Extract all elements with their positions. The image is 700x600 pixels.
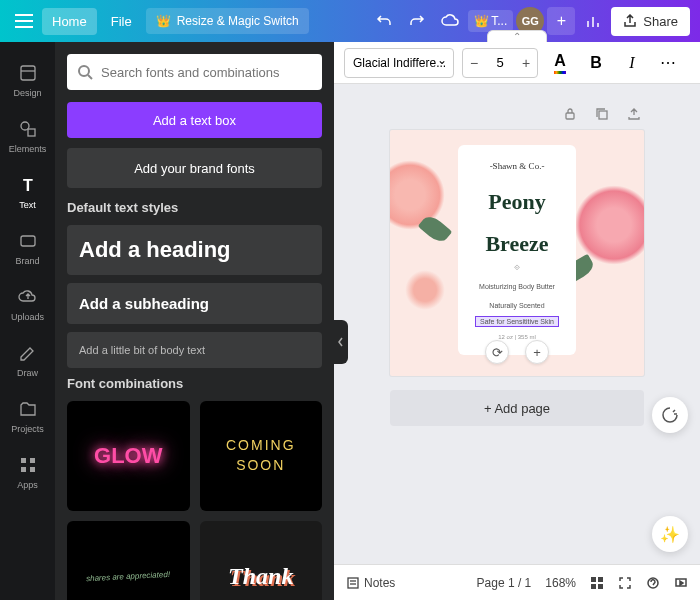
combo-thank-text: Thank (228, 563, 293, 590)
add-member-button[interactable]: + (547, 7, 575, 35)
tab-brand[interactable]: Brand (0, 220, 55, 276)
add-subheading-button[interactable]: Add a subheading (67, 283, 322, 324)
page-sync-button[interactable]: ⟳ (485, 340, 509, 364)
svg-rect-13 (30, 458, 35, 463)
svg-rect-9 (28, 129, 35, 136)
product-label[interactable]: -Shawn & Co.- Peony Breeze ⟐ Moisturizin… (458, 145, 576, 355)
tab-uploads[interactable]: Uploads (0, 276, 55, 332)
search-icon (77, 64, 93, 80)
more-options-button[interactable]: ⋯ (654, 49, 682, 77)
product-name-2[interactable]: Breeze (468, 233, 566, 255)
flower-decoration (405, 270, 445, 310)
product-name-1[interactable]: Peony (468, 191, 566, 213)
notes-label: Notes (364, 576, 395, 590)
comment-fab[interactable] (652, 397, 688, 433)
home-link[interactable]: Home (42, 8, 97, 35)
expand-pages-tab[interactable]: ⌃ (487, 30, 547, 42)
tab-brand-label: Brand (15, 256, 39, 266)
tab-uploads-label: Uploads (11, 312, 44, 322)
try-pro-label: T... (491, 14, 507, 28)
svg-rect-19 (599, 111, 607, 119)
combo-coming-soon[interactable]: COMING SOON (200, 401, 323, 511)
svg-rect-20 (348, 578, 358, 588)
fullscreen-button[interactable] (618, 576, 632, 590)
tab-projects-label: Projects (11, 424, 44, 434)
add-body-text-button[interactable]: Add a little bit of body text (67, 332, 322, 368)
desc-line-1[interactable]: Moisturizing Body Butter (468, 282, 566, 291)
tab-text[interactable]: TText (0, 164, 55, 220)
duplicate-page-button[interactable] (592, 104, 612, 124)
svg-rect-12 (21, 458, 26, 463)
tab-draw[interactable]: Draw (0, 332, 55, 388)
undo-button[interactable] (369, 6, 399, 36)
svg-rect-15 (30, 467, 35, 472)
projects-icon (17, 398, 39, 420)
svg-rect-18 (566, 113, 574, 119)
cloud-sync-icon[interactable] (435, 6, 465, 36)
tab-draw-label: Draw (17, 368, 38, 378)
help-button[interactable] (646, 576, 660, 590)
search-input[interactable] (101, 65, 312, 80)
design-icon (17, 62, 39, 84)
font-family-select[interactable]: Glacial Indiffere... (344, 48, 454, 78)
bold-button[interactable]: B (582, 49, 610, 77)
share-button[interactable]: Share (611, 7, 690, 36)
file-link[interactable]: File (101, 8, 142, 35)
page-indicator[interactable]: Page 1 / 1 (477, 576, 532, 590)
svg-rect-26 (598, 584, 603, 589)
combo-glow[interactable]: GLOW (67, 401, 190, 511)
menu-button[interactable] (10, 7, 38, 35)
crown-icon: 👑 (156, 14, 171, 28)
combo-glow-text: GLOW (94, 443, 162, 469)
font-size-input[interactable] (485, 55, 515, 70)
brand-text[interactable]: -Shawn & Co.- (468, 161, 566, 171)
add-page-button[interactable]: + Add page (390, 390, 644, 426)
try-pro-button[interactable]: 👑T... (468, 10, 513, 32)
tab-design-label: Design (13, 88, 41, 98)
font-family-value: Glacial Indiffere... (353, 56, 446, 70)
selected-text-element[interactable]: Safe for Sensititive Skin (475, 316, 559, 327)
desc-line-2[interactable]: Naturally Scented (468, 301, 566, 310)
default-styles-label: Default text styles (67, 200, 322, 215)
zoom-level[interactable]: 168% (545, 576, 576, 590)
flower-decoration (574, 185, 644, 265)
page-add-button[interactable]: + (525, 340, 549, 364)
magic-fab[interactable]: ✨ (652, 516, 688, 552)
add-brand-fonts-button[interactable]: Add your brand fonts (67, 148, 322, 188)
font-size-decrease[interactable]: − (463, 49, 485, 77)
redo-button[interactable] (402, 6, 432, 36)
tab-apps-label: Apps (17, 480, 38, 490)
svg-rect-23 (591, 577, 596, 582)
svg-line-17 (88, 75, 92, 79)
grid-view-button[interactable] (590, 576, 604, 590)
search-box[interactable] (67, 54, 322, 90)
svg-rect-11 (21, 236, 35, 246)
collapse-panel-button[interactable] (334, 320, 348, 364)
page-options-button[interactable] (624, 104, 644, 124)
combo-thank-you[interactable]: Thank (200, 521, 323, 600)
add-text-box-button[interactable]: Add a text box (67, 102, 322, 138)
add-heading-button[interactable]: Add a heading (67, 225, 322, 275)
present-button[interactable] (674, 576, 688, 590)
canvas-page[interactable]: -Shawn & Co.- Peony Breeze ⟐ Moisturizin… (390, 130, 644, 376)
tab-elements[interactable]: Elements (0, 108, 55, 164)
font-combos-label: Font combinations (67, 376, 322, 391)
tab-projects[interactable]: Projects (0, 388, 55, 444)
tab-design[interactable]: Design (0, 52, 55, 108)
elements-icon (17, 118, 39, 140)
crown-icon: 👑 (474, 14, 489, 28)
insights-button[interactable] (578, 6, 608, 36)
svg-rect-25 (591, 584, 596, 589)
font-size-group: − + (462, 48, 538, 78)
text-color-button[interactable]: A (546, 49, 574, 77)
resize-magic-button[interactable]: 👑Resize & Magic Switch (146, 8, 309, 34)
svg-rect-6 (21, 66, 35, 80)
lock-page-button[interactable] (560, 104, 580, 124)
font-size-increase[interactable]: + (515, 49, 537, 77)
tab-apps[interactable]: Apps (0, 444, 55, 500)
combo-shares[interactable]: shares are appreciated! (67, 521, 190, 600)
notes-button[interactable]: Notes (346, 576, 395, 590)
italic-button[interactable]: I (618, 49, 646, 77)
svg-rect-24 (598, 577, 603, 582)
link-icon: ⟐ (468, 261, 566, 272)
